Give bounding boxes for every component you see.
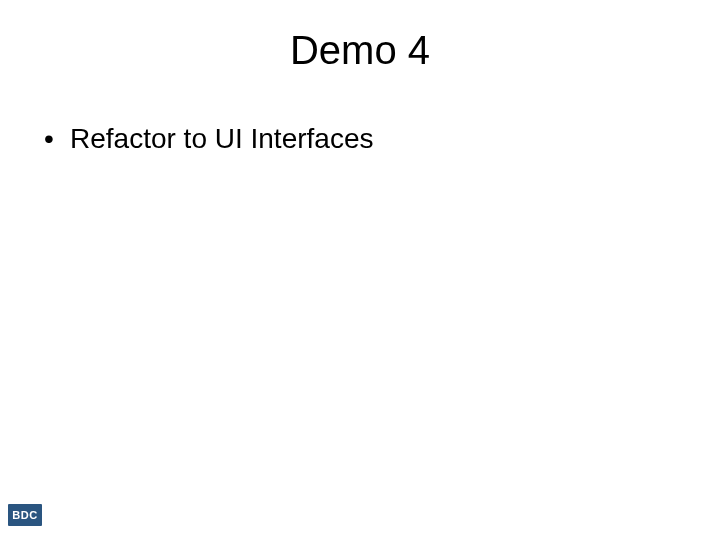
- slide-container: Demo 4 Refactor to UI Interfaces BDC: [0, 0, 720, 540]
- bullet-list: Refactor to UI Interfaces: [36, 121, 684, 157]
- bullet-item: Refactor to UI Interfaces: [42, 121, 684, 157]
- slide-title: Demo 4: [36, 28, 684, 73]
- bdc-logo: BDC: [8, 504, 42, 526]
